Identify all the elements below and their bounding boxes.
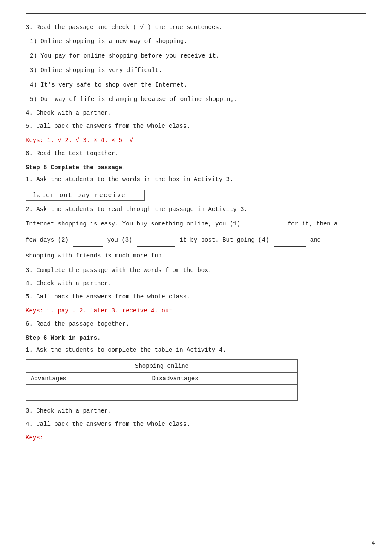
section5: 5. Call back the answers from the whole … (26, 121, 366, 132)
shopping-table: Shopping online Advantages Disadvantages (26, 359, 298, 401)
table-header-row: Shopping online (26, 360, 298, 372)
keys3: Keys: (26, 432, 366, 444)
table-disadvantages-header: Disadvantages (147, 372, 298, 384)
section3-item1: 1) Online shopping is a new way of shopp… (30, 35, 366, 47)
keys1: Keys: 1. √ 2. √ 3. × 4. × 5. √ (26, 135, 366, 146)
step5-item3: 3. Complete the passage with the words f… (26, 265, 366, 276)
step6-item4: 4. Call back the answers from the whole … (26, 419, 366, 430)
keys2: Keys: 1. pay . 2. later 3. receive 4. ou… (26, 305, 366, 317)
step5-heading: Step 5 Complete the passage. (26, 164, 366, 171)
section4: 4. Check with a partner. (26, 108, 366, 119)
passage-block: Internet shopping is easy. You buy somet… (26, 217, 366, 231)
passage-blank4 (274, 234, 306, 247)
table-advantages-header: Advantages (26, 372, 147, 384)
section3-item3: 3) Online shopping is very difficult. (30, 64, 366, 76)
step6-item3: 3. Check with a partner. (26, 406, 366, 416)
passage-block3: shopping with friends is much more fun ! (26, 249, 366, 263)
section6: 6. Read the text together. (26, 148, 366, 159)
section3-item4: 4) It's very safe to shop over the Inter… (30, 79, 366, 91)
word-box: later out pay receive (26, 190, 145, 201)
section3-item2: 2) You pay for online shopping before yo… (30, 50, 366, 62)
passage-blank1 (245, 217, 283, 231)
section3-heading: 3. Read the passage and check ( √ ) the … (26, 22, 366, 33)
passage-block2: few days (2) you (3) it by post. But goi… (26, 234, 366, 247)
step5-item2: 2. Ask the students to read through the … (26, 204, 366, 215)
step5-item1: 1. Ask the students to the words in the … (26, 174, 366, 185)
table-data-row (26, 384, 298, 400)
table-col-row: Advantages Disadvantages (26, 372, 298, 384)
page-number: 4 (372, 540, 375, 546)
table-advantages-cell (26, 384, 147, 400)
step5-item4: 4. Check with a partner. (26, 278, 366, 289)
top-border (26, 13, 366, 14)
step6-heading: Step 6 Work in pairs. (26, 335, 366, 341)
step6-item1: 1. Ask the students to complete the tabl… (26, 345, 366, 356)
passage-blank2 (73, 234, 103, 247)
step5-item6: 6. Read the passage together. (26, 319, 366, 330)
passage-blank3 (137, 234, 175, 247)
table-disadvantages-cell (147, 384, 298, 400)
table-header: Shopping online (26, 360, 298, 372)
step5-item5: 5. Call back the answers from the whole … (26, 292, 366, 302)
section3-item5: 5) Our way of life is changing because o… (30, 93, 366, 105)
